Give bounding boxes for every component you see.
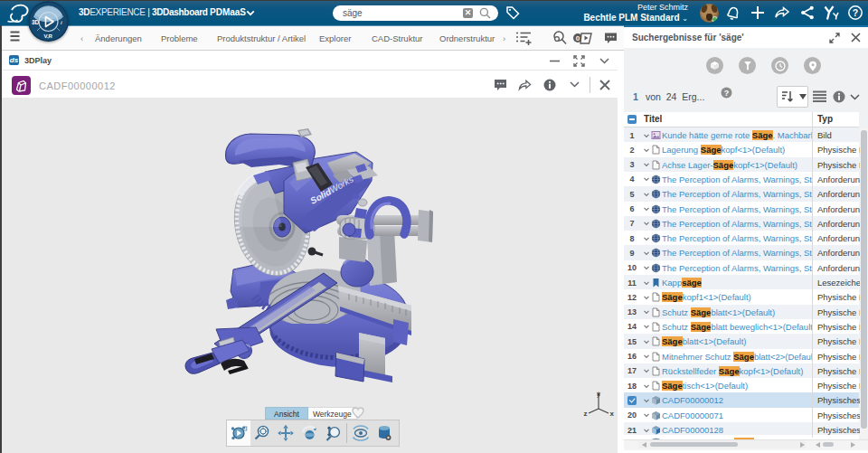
svg-text:3D: 3D xyxy=(32,19,40,25)
svg-text:x: x xyxy=(610,410,615,418)
svg-text:0: 0 xyxy=(576,34,580,42)
svg-text:z: z xyxy=(584,410,588,418)
svg-text:y: y xyxy=(597,390,600,398)
svg-text:?: ? xyxy=(853,7,858,18)
svg-text:?: ? xyxy=(724,89,730,98)
svg-text:V,R: V,R xyxy=(44,33,53,39)
